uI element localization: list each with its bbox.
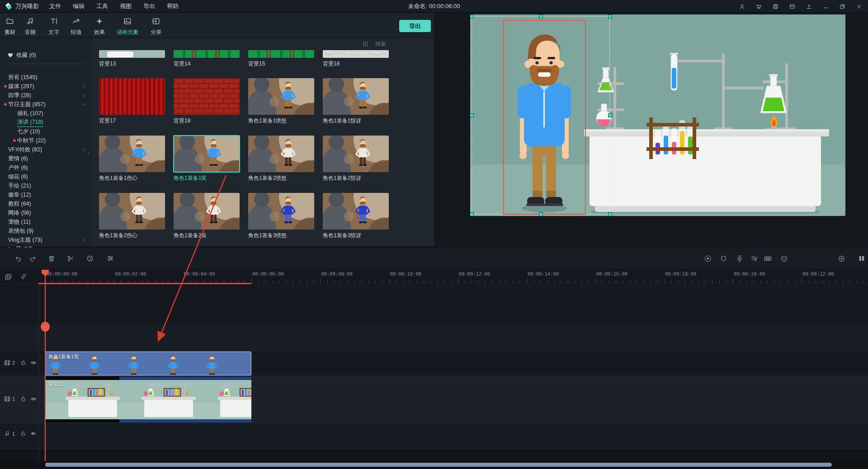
sidebar-item-所有[interactable]: 所有 (1545) [0,73,92,82]
selection-handle[interactable] [608,14,612,19]
timeline-horizontal-scrollbar[interactable] [45,463,832,467]
grid-view-icon[interactable] [362,40,369,47]
video-track-1-visibility-icon[interactable] [30,395,37,403]
link-clips-icon[interactable] [20,273,27,280]
media-thumbnail[interactable] [323,136,389,172]
record-voiceover-button[interactable] [736,254,744,263]
media-item-背景17[interactable]: 背景17 [99,78,165,125]
mask-shield-button[interactable] [720,255,727,263]
add-track-icon[interactable] [4,273,12,281]
sidebar-item-媒体[interactable]: 媒体 (297) [0,82,92,91]
sidebar-item-演讲[interactable]: 演讲 (718) [0,118,92,127]
media-thumbnail[interactable] [99,136,165,172]
menu-item-5[interactable]: 帮助 [161,3,184,9]
media-item-角色1装备3愤怒[interactable]: 角色1装备3愤怒 [248,193,314,239]
timeline-clip-background[interactable]: 背景13 [45,377,251,422]
media-item-角色1装备1惊讶[interactable]: 角色1装备1惊讶 [323,78,389,125]
sidebar-item-户外[interactable]: 户外 (6) [0,163,92,172]
preview-canvas[interactable] [470,14,845,216]
timeline-ruler[interactable]: 00:00:00:0000:00:02:0000:00:04:0000:00:0… [38,270,868,283]
media-item-背景13[interactable]: 背景13 [99,50,165,68]
duration-clock-button[interactable] [86,254,94,263]
sidebar-item-favorites[interactable]: 收藏 (0) [0,51,36,60]
sidebar-item-宠物[interactable]: 宠物 (11) [0,217,92,226]
sidebar-item-VFX特效[interactable]: VFX特效 (82) [0,145,92,154]
selection-handle[interactable] [470,113,474,117]
menu-item-3[interactable]: 视图 [114,3,137,9]
tab-素材[interactable]: 素材 [5,17,15,36]
selection-handle[interactable] [539,212,543,216]
media-thumbnail[interactable] [99,78,165,115]
sidebar-item-中秋节[interactable]: 中秋节 (22) [0,136,92,145]
sidebar-item-四季[interactable]: 四季 (28) [0,91,92,100]
selection-handle[interactable] [470,212,474,216]
sidebar-collapse-icon[interactable] [86,150,91,155]
tab-转场[interactable]: 转场 [71,17,81,36]
playhead-line[interactable] [45,270,46,461]
undo-button[interactable] [14,255,22,263]
minimize-icon[interactable] [822,3,829,10]
sidebar-item-手绘[interactable]: 手绘 (21) [0,181,92,190]
media-thumbnail[interactable] [174,78,240,115]
media-thumbnail[interactable] [174,193,240,230]
download-icon[interactable] [806,3,812,10]
tab-音频[interactable]: 音频 [25,17,36,36]
media-thumbnail[interactable] [323,193,389,230]
timeline-audio-track-row[interactable] [0,423,868,448]
sidebar-item-教程[interactable]: 教程 (64) [0,199,92,208]
media-item-角色1装备2愤怒[interactable]: 角色1装备2愤怒 [248,136,314,182]
close-icon[interactable] [856,3,863,10]
audio-mixer-button[interactable] [750,254,759,263]
export-button[interactable]: 导出 [399,20,431,32]
media-thumbnail[interactable] [248,50,314,58]
selection-handle[interactable] [608,113,612,117]
media-item-角色1装备1伤心[interactable]: 角色1装备1伤心 [99,136,165,182]
sidebar-item-婚礼[interactable]: 婚礼 (107) [0,109,92,118]
media-item-角色1装备1愤怒[interactable]: 角色1装备1愤怒 [248,78,314,125]
video-track-2-visibility-icon[interactable] [30,359,37,366]
video-track-1-lock-icon[interactable] [20,395,27,402]
panel-layout-button[interactable] [858,254,866,263]
restore-icon[interactable] [839,3,846,10]
menu-item-1[interactable]: 编辑 [67,3,90,9]
cart-icon[interactable] [755,3,762,10]
media-item-角色1装备2伤心[interactable]: 角色1装备2伤心 [99,193,165,239]
media-item-角色1装备2惊讶[interactable]: 角色1装备2惊讶 [323,136,389,182]
tab-分屏[interactable]: 分屏 [151,17,161,36]
media-item-角色1装备3惊讶[interactable]: 角色1装备3惊讶 [323,193,389,239]
sidebar-item-节日主题[interactable]: 节日主题 (857) [0,100,92,109]
media-thumbnail[interactable] [99,50,165,58]
adjust-sliders-button[interactable] [106,254,114,263]
media-thumbnail[interactable] [174,50,240,58]
mail-icon[interactable] [789,3,796,10]
tab-文字[interactable]: 文字 [48,17,59,36]
menu-item-0[interactable]: 文件 [43,3,67,9]
search-box[interactable] [375,39,434,49]
search-input[interactable] [375,41,445,47]
video-track-2-lock-icon[interactable] [20,359,27,366]
audio-track-mute-icon[interactable] [30,430,37,437]
delete-button[interactable] [47,254,56,263]
audio-track-lock-icon[interactable] [20,430,27,437]
floppy-icon[interactable] [772,3,779,10]
media-item-角色1装备1笑[interactable]: 角色1装备1笑 [174,136,240,182]
sidebar-item-七夕[interactable]: 七夕 (10) [0,127,92,136]
media-item-背景18[interactable]: 背景18 [174,78,240,125]
media-item-背景16[interactable]: 背景16 [323,50,389,68]
media-item-背景14[interactable]: 背景14 [174,50,240,68]
split-scissors-button[interactable] [66,254,75,263]
media-item-背景15[interactable]: 背景15 [248,50,314,68]
media-thumbnail[interactable] [323,78,389,115]
sidebar-item-表情包[interactable]: 表情包 (9) [0,226,92,235]
render-preview-button[interactable] [703,254,712,263]
person-icon[interactable] [739,3,745,10]
menu-item-4[interactable]: 导出 [137,3,161,9]
sidebar-item-网络[interactable]: 网络 (56) [0,208,92,217]
sidebar-item-爱情[interactable]: 爱情 (6) [0,154,92,163]
timeline-clip-character[interactable]: 角色1装备1笑 [45,352,251,375]
tab-动画元素[interactable]: 动画元素 [117,17,138,36]
sidebar-item-烟花[interactable]: 烟花 (6) [0,172,92,181]
selection-handle[interactable] [608,212,612,216]
character-selection-rect[interactable] [503,20,586,215]
menu-item-2[interactable]: 工具 [90,3,114,9]
